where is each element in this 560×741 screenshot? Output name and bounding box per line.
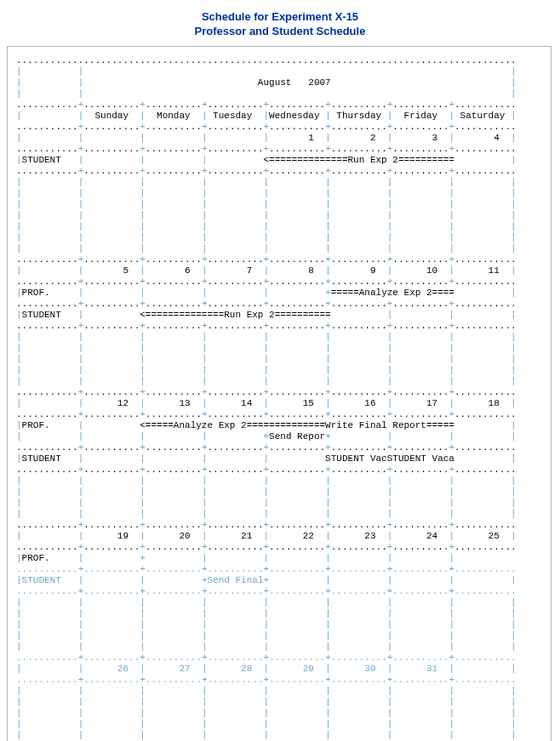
page-title: Schedule for Experiment X-15	[7, 10, 553, 23]
page-subtitle: Professor and Student Schedule	[7, 25, 553, 37]
calendar-body: ........................................…	[16, 55, 542, 741]
calendar-frame: ........................................…	[7, 46, 551, 741]
